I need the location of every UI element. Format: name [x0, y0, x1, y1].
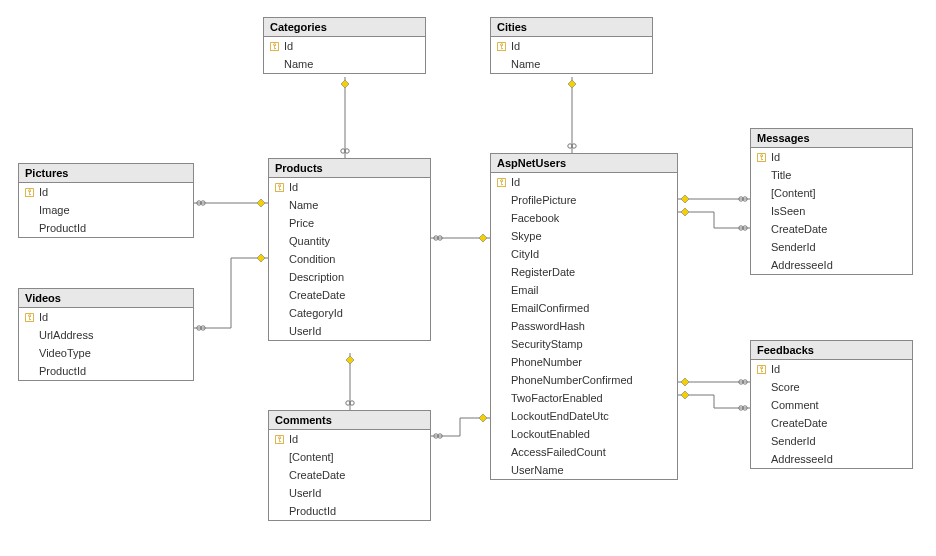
- column-name: Name: [509, 58, 540, 70]
- column-name: CityId: [509, 248, 539, 260]
- table-column[interactable]: ⚿PasswordHash: [491, 317, 677, 335]
- table-column[interactable]: ⚿Title: [751, 166, 912, 184]
- table-column[interactable]: ⚿LockoutEnabled: [491, 425, 677, 443]
- column-name: Quantity: [287, 235, 330, 247]
- table-column[interactable]: ⚿PhoneNumber: [491, 353, 677, 371]
- table-pictures[interactable]: Pictures⚿Id⚿Image⚿ProductId: [18, 163, 194, 238]
- table-header[interactable]: Messages: [751, 129, 912, 148]
- table-column[interactable]: ⚿ProfilePicture: [491, 191, 677, 209]
- table-header[interactable]: Categories: [264, 18, 425, 37]
- table-column[interactable]: ⚿Condition: [269, 250, 430, 268]
- table-column[interactable]: ⚿RegisterDate: [491, 263, 677, 281]
- table-column[interactable]: ⚿PhoneNumberConfirmed: [491, 371, 677, 389]
- table-column[interactable]: ⚿Id: [19, 183, 193, 201]
- table-column[interactable]: ⚿AccessFailedCount: [491, 443, 677, 461]
- column-name: Id: [287, 433, 298, 445]
- table-aspnetusers[interactable]: AspNetUsers⚿Id⚿ProfilePicture⚿Facebook⚿S…: [490, 153, 678, 480]
- table-header[interactable]: Cities: [491, 18, 652, 37]
- primary-key-icon: ⚿: [268, 41, 282, 52]
- column-name: EmailConfirmed: [509, 302, 589, 314]
- table-column[interactable]: ⚿Name: [264, 55, 425, 73]
- svg-point-40: [739, 226, 743, 230]
- table-column[interactable]: ⚿Facebook: [491, 209, 677, 227]
- column-icon: ⚿: [755, 418, 769, 429]
- table-products[interactable]: Products⚿Id⚿Name⚿Price⚿Quantity⚿Conditio…: [268, 158, 431, 341]
- table-comments[interactable]: Comments⚿Id⚿[Content]⚿CreateDate⚿UserId⚿…: [268, 410, 431, 521]
- table-column[interactable]: ⚿Id: [751, 148, 912, 166]
- table-column[interactable]: ⚿Id: [269, 178, 430, 196]
- table-cities[interactable]: Cities⚿Id⚿Name: [490, 17, 653, 74]
- svg-marker-49: [681, 391, 689, 399]
- table-header[interactable]: Comments: [269, 411, 430, 430]
- table-header[interactable]: Videos: [19, 289, 193, 308]
- column-icon: ⚿: [495, 339, 509, 350]
- table-categories[interactable]: Categories⚿Id⚿Name: [263, 17, 426, 74]
- table-column[interactable]: ⚿Id: [491, 37, 652, 55]
- table-column[interactable]: ⚿CreateDate: [269, 286, 430, 304]
- table-column[interactable]: ⚿Email: [491, 281, 677, 299]
- column-icon: ⚿: [755, 170, 769, 181]
- table-column[interactable]: ⚿Id: [264, 37, 425, 55]
- table-column[interactable]: ⚿LockoutEndDateUtc: [491, 407, 677, 425]
- table-column[interactable]: ⚿Id: [751, 360, 912, 378]
- table-header[interactable]: Feedbacks: [751, 341, 912, 360]
- table-column[interactable]: ⚿SecurityStamp: [491, 335, 677, 353]
- table-column[interactable]: ⚿CategoryId: [269, 304, 430, 322]
- table-column[interactable]: ⚿UrlAddress: [19, 326, 193, 344]
- table-column[interactable]: ⚿UserName: [491, 461, 677, 479]
- table-column[interactable]: ⚿Comment: [751, 396, 912, 414]
- table-column[interactable]: ⚿IsSeen: [751, 202, 912, 220]
- table-header[interactable]: AspNetUsers: [491, 154, 677, 173]
- table-column[interactable]: ⚿Name: [269, 196, 430, 214]
- table-feedbacks[interactable]: Feedbacks⚿Id⚿Score⚿Comment⚿CreateDate⚿Se…: [750, 340, 913, 469]
- table-column[interactable]: ⚿EmailConfirmed: [491, 299, 677, 317]
- table-header[interactable]: Products: [269, 159, 430, 178]
- table-column[interactable]: ⚿AddresseeId: [751, 256, 912, 274]
- table-column[interactable]: ⚿SenderId: [751, 238, 912, 256]
- table-column[interactable]: ⚿CreateDate: [751, 220, 912, 238]
- table-column[interactable]: ⚿TwoFactorEnabled: [491, 389, 677, 407]
- column-icon: ⚿: [273, 218, 287, 229]
- table-column[interactable]: ⚿SenderId: [751, 432, 912, 450]
- column-name: Email: [509, 284, 539, 296]
- column-name: Facebook: [509, 212, 559, 224]
- svg-point-19: [434, 236, 438, 240]
- table-column[interactable]: ⚿ProductId: [19, 219, 193, 237]
- table-column[interactable]: ⚿Id: [269, 430, 430, 448]
- column-name: SenderId: [769, 241, 816, 253]
- table-column[interactable]: ⚿Id: [491, 173, 677, 191]
- table-column[interactable]: ⚿UserId: [269, 322, 430, 340]
- table-column[interactable]: ⚿Name: [491, 55, 652, 73]
- table-messages[interactable]: Messages⚿Id⚿Title⚿[Content]⚿IsSeen⚿Creat…: [750, 128, 913, 275]
- table-column[interactable]: ⚿Id: [19, 308, 193, 326]
- column-name: Price: [287, 217, 314, 229]
- table-column[interactable]: ⚿Skype: [491, 227, 677, 245]
- table-column[interactable]: ⚿Price: [269, 214, 430, 232]
- table-column[interactable]: ⚿[Content]: [751, 184, 912, 202]
- table-column[interactable]: ⚿Description: [269, 268, 430, 286]
- table-column[interactable]: ⚿ProductId: [19, 362, 193, 380]
- column-icon: ⚿: [273, 254, 287, 265]
- table-column[interactable]: ⚿CreateDate: [751, 414, 912, 432]
- column-icon: ⚿: [755, 206, 769, 217]
- column-name: CreateDate: [769, 223, 827, 235]
- table-header[interactable]: Pictures: [19, 164, 193, 183]
- column-icon: ⚿: [273, 308, 287, 319]
- primary-key-icon: ⚿: [273, 182, 287, 193]
- table-column[interactable]: ⚿ProductId: [269, 502, 430, 520]
- table-column[interactable]: ⚿Image: [19, 201, 193, 219]
- table-column[interactable]: ⚿Score: [751, 378, 912, 396]
- column-icon: ⚿: [273, 290, 287, 301]
- table-column[interactable]: ⚿Quantity: [269, 232, 430, 250]
- table-column[interactable]: ⚿AddresseeId: [751, 450, 912, 468]
- table-column[interactable]: ⚿VideoType: [19, 344, 193, 362]
- column-name: Skype: [509, 230, 542, 242]
- table-videos[interactable]: Videos⚿Id⚿UrlAddress⚿VideoType⚿ProductId: [18, 288, 194, 381]
- table-column[interactable]: ⚿CreateDate: [269, 466, 430, 484]
- column-name: LockoutEnabled: [509, 428, 590, 440]
- table-column[interactable]: ⚿UserId: [269, 484, 430, 502]
- column-name: [Content]: [769, 187, 816, 199]
- table-column[interactable]: ⚿[Content]: [269, 448, 430, 466]
- table-column[interactable]: ⚿CityId: [491, 245, 677, 263]
- column-icon: ⚿: [495, 375, 509, 386]
